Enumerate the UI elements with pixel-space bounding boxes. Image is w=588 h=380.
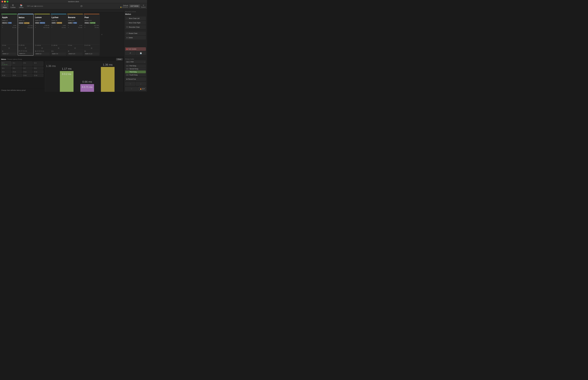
dante-route: Dante 9,10 › <box>68 53 82 55</box>
card-add-button[interactable]: ⊕ <box>84 46 99 50</box>
grid-cell-id: 9 <box>4 71 4 73</box>
grid-cell-2[interactable]: ⊞ 2 <box>12 61 22 66</box>
card-name: Melon <box>19 16 33 19</box>
grid-cell-5[interactable]: ⊞ 5 <box>1 67 11 70</box>
card-add-button[interactable]: ⊕ <box>34 46 50 50</box>
card-number: 4 <box>52 15 66 16</box>
library-button[interactable]: 📚 Library <box>18 3 25 9</box>
grid-cell-id: 7 <box>25 67 26 69</box>
bar-lychee <box>101 67 115 92</box>
move-chain-right-button[interactable]: → Move Chain Right <box>125 21 146 25</box>
card-footer: ⊞ 1 δ +0.2 ms <box>18 50 33 52</box>
card-subtitle: Dante 3,4 <box>18 20 33 22</box>
toolbar-center: ⟳ <box>44 5 120 8</box>
grid-cell-12[interactable]: ⊞ 12 <box>33 70 43 73</box>
latency-tag: 0 ms <box>8 22 12 24</box>
chain-card-pear[interactable]: 6 Pear Dante 11,12 Proto... 0.17 ms =0.1… <box>84 14 100 56</box>
grid-cell-15[interactable]: ⊞ 15 <box>23 74 33 77</box>
svg-text:0.66 ms: 0.66 ms <box>82 80 92 83</box>
card-add-button[interactable]: ⊕ <box>67 46 83 50</box>
dante-label: Dante 11,12 <box>85 53 92 55</box>
cuelist-select[interactable]: QL 1 FOH ⌄ <box>125 60 146 63</box>
traffic-lights <box>1 1 8 2</box>
chain-card-apple[interactable]: 1 Apple Dante 1,2 SSL X... 0 ms =0 ms +δ… <box>1 14 17 56</box>
metric-rows: =1.17 ms +δ 0.2 ms <box>18 24 33 44</box>
grid-cell-id: 6 <box>14 67 15 69</box>
grid-cell-3[interactable]: ⊞ 3 <box>23 61 33 66</box>
close-button[interactable]: Close <box>116 58 123 60</box>
dante-label: Dante 1,2 <box>3 53 8 55</box>
save-button[interactable]: 💾 <box>136 51 146 55</box>
move-chain-left-button[interactable]: ← Move Chain Left <box>125 17 146 20</box>
grid-cell-1[interactable]: ⊞ 1 Σ1.36 ms <box>1 61 11 66</box>
auto-update-dot <box>126 49 128 50</box>
grid-cell-7[interactable]: ⊞ 7 <box>23 67 33 70</box>
metric-sum: Σ 0.17 ms <box>84 44 99 46</box>
metric-sum: Σ 1.36 ms <box>51 44 66 46</box>
latency-tag: 0.17 ms <box>90 22 95 24</box>
card-add-button[interactable]: ⊕ <box>1 46 17 50</box>
home-icon: ⌂ <box>4 4 5 6</box>
route-arrow-icon: › <box>58 53 59 55</box>
song-item-fourth-song[interactable]: Q 4 Fourth Song <box>125 74 146 76</box>
grid-icon: ⊞ <box>34 62 35 64</box>
bottom-panel-header: Melon Choose Latency Group Close <box>1 58 123 60</box>
maximize-traffic-light[interactable] <box>7 1 8 2</box>
card-add-button[interactable]: ⊕ <box>51 46 66 50</box>
restart-chain-button[interactable]: ↺ Restart Chain <box>125 31 146 35</box>
card-add-button[interactable]: ⊕ <box>18 46 33 50</box>
song-item-third-song[interactable]: Q 3 Third Song <box>125 71 146 73</box>
nav-prev-button[interactable]: ↑ <box>125 82 135 86</box>
system-button[interactable]: ⚙ System <box>141 4 146 8</box>
card-header: 2 Melon <box>18 15 33 20</box>
chain-card-banana[interactable]: 5 Banana Dante 9,10 Lustr... 0 ms =0 ms … <box>67 14 83 56</box>
metric-rows: =0.17 ms +δ 0 ms <box>84 24 99 44</box>
home-button[interactable]: ⌂ Home <box>1 3 8 9</box>
dante-label: Dante 7,8 <box>52 53 58 55</box>
card-name: Lychee <box>52 16 66 19</box>
grid-cell-val: Σ1.36 ms <box>2 64 10 65</box>
renumber-chain-button[interactable]: ☰ Renumber Chain <box>125 25 146 29</box>
grid-icon: ⊞ <box>13 71 14 73</box>
auto-update-button[interactable]: Auto Update <box>125 47 146 51</box>
plugin-row: SSL X... 0 ms <box>1 21 17 24</box>
latency-tag: 0.66 ms <box>40 22 45 24</box>
grid-cell-8[interactable]: ⊞ 8 <box>33 67 43 70</box>
chain-card-melon[interactable]: 2 Melon Dante 3,4 DE555 1.17 ms =1.17 ms… <box>18 14 34 56</box>
delete-button[interactable]: ⊗ Delete <box>125 36 146 39</box>
grid-cell-14[interactable]: ⊞ 14 <box>12 74 22 77</box>
grid-cell-id: 12 <box>36 71 37 73</box>
svg-text:1.17 ms: 1.17 ms <box>62 67 71 70</box>
grid-cell-10[interactable]: ⊞ 10 <box>12 70 22 73</box>
close-traffic-light[interactable] <box>1 1 3 2</box>
grid-cell-16[interactable]: ⊞ 16 <box>33 74 43 77</box>
cuelists-button[interactable]: ☰ Cuelists <box>9 3 17 9</box>
grid-cell-id: 4 <box>36 62 36 64</box>
grid-cell-id: 1 <box>4 62 4 64</box>
grid-icon: ⊞ <box>2 67 3 69</box>
song-item-second-song[interactable]: Q 2 Second Song <box>125 67 146 70</box>
edit-mode-button[interactable]: EDIT MODE <box>129 5 140 8</box>
grid-icon: ⊞ <box>34 71 35 73</box>
grid-cell-6[interactable]: ⊞ 6 <box>12 67 22 70</box>
plugin-tag: DE555 <box>19 22 24 24</box>
nav-next-button[interactable]: ↓ <box>136 82 146 86</box>
card-footer: ⊞ 1 <box>51 50 66 52</box>
grid-cell-13[interactable]: ⊞ 13 <box>1 74 11 77</box>
song-item-first-song[interactable]: Q 1 First Song <box>125 64 146 67</box>
chain-card-lychee[interactable]: 4 Lychee Dante 7,8 Gulff... 1.36 ms =0 m… <box>51 14 67 56</box>
record-cue-button[interactable]: Record Cue <box>125 77 146 81</box>
undo-button[interactable]: ↺ <box>125 51 135 55</box>
plugin-tag: Lustr... <box>68 22 73 24</box>
add-chain-card-button[interactable]: + <box>100 14 104 56</box>
plugin-row: VSS3 0.66 ms <box>34 21 50 24</box>
card-header: 5 Banana <box>67 14 83 19</box>
back-button[interactable]: ← <box>125 87 138 91</box>
fire-button[interactable]: 🔥 Q 4 <box>139 87 146 91</box>
song-name: Third Song <box>129 71 137 73</box>
chain-card-lemon[interactable]: 3 Lemon Dante 5,6 VSS3 0.66 ms =0.66 ms … <box>34 14 50 56</box>
grid-cell-11[interactable]: ⊞ 11 <box>23 70 33 73</box>
grid-cell-9[interactable]: ⊞ 9 <box>1 70 11 73</box>
grid-cell-4[interactable]: ⊞ 4 <box>33 61 43 66</box>
minimize-traffic-light[interactable] <box>4 1 6 2</box>
